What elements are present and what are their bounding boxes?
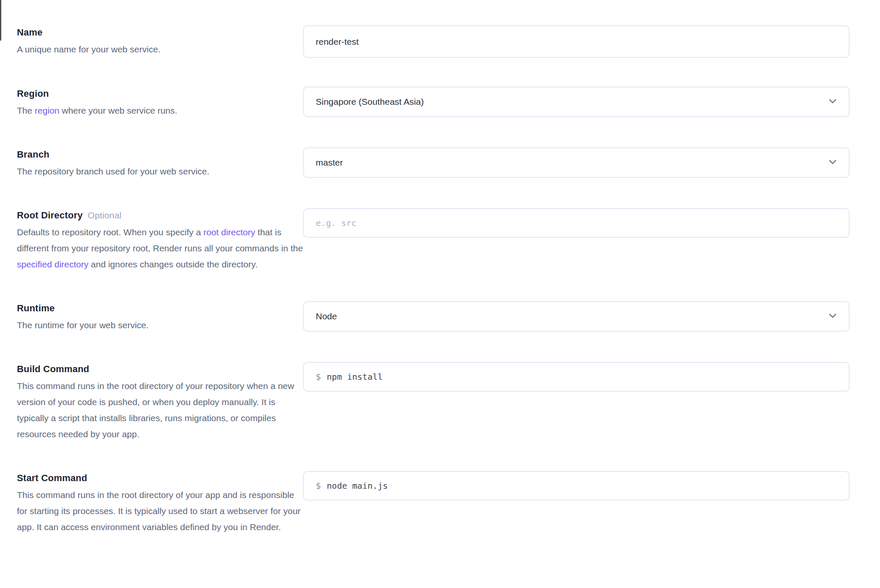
branch-select-value: master <box>316 158 343 168</box>
runtime-description: The runtime for your web service. <box>17 317 303 333</box>
build-command-label: Build Command <box>17 362 303 376</box>
build-command-input-box[interactable]: $ <box>303 362 850 392</box>
chevron-down-icon <box>827 156 839 169</box>
region-desc-pre: The <box>17 106 35 115</box>
branch-description: The repository branch used for your web … <box>17 163 303 180</box>
name-description: A unique name for your web service. <box>17 41 303 57</box>
field-row-build-command: Build Command This command runs in the r… <box>17 362 850 442</box>
root-directory-input-wrap <box>303 208 850 272</box>
region-field-info: Region The region where your web service… <box>17 87 303 119</box>
start-command-field-info: Start Command This command runs in the r… <box>17 471 303 535</box>
field-row-region: Region The region where your web service… <box>17 87 850 119</box>
runtime-select-value: Node <box>316 311 337 321</box>
runtime-label: Runtime <box>17 301 303 316</box>
build-command-field-info: Build Command This command runs in the r… <box>17 362 303 442</box>
optional-badge: Optional <box>88 210 122 220</box>
start-command-input-box[interactable]: $ <box>303 471 850 501</box>
region-label: Region <box>17 87 303 101</box>
region-link[interactable]: region <box>35 106 59 115</box>
branch-label: Branch <box>17 147 303 162</box>
region-desc-post: where your web service runs. <box>59 106 177 115</box>
branch-select[interactable]: master <box>303 147 850 178</box>
region-select[interactable]: Singapore (Southeast Asia) <box>303 87 850 117</box>
dollar-prompt-icon: $ <box>316 372 321 382</box>
name-input-wrap <box>303 25 850 58</box>
runtime-field-info: Runtime The runtime for your web service… <box>17 301 303 333</box>
field-row-runtime: Runtime The runtime for your web service… <box>17 301 850 333</box>
specified-directory-link[interactable]: specified directory <box>17 259 88 269</box>
chevron-down-icon <box>827 95 839 109</box>
screenshot-edge-artifact <box>0 0 1 41</box>
runtime-select[interactable]: Node <box>303 301 850 332</box>
root-directory-label-text: Root Directory <box>17 210 83 220</box>
build-command-description: This command runs in the root directory … <box>17 378 303 442</box>
root-directory-link[interactable]: root directory <box>203 227 255 237</box>
branch-field-info: Branch The repository branch used for yo… <box>17 147 303 180</box>
root-directory-input[interactable] <box>303 208 850 238</box>
root-desc-pre: Defaults to repository root. When you sp… <box>17 227 203 237</box>
chevron-down-icon <box>827 310 839 323</box>
field-row-branch: Branch The repository branch used for yo… <box>17 147 850 180</box>
dollar-prompt-icon: $ <box>316 481 321 491</box>
region-select-value: Singapore (Southeast Asia) <box>316 97 424 107</box>
field-row-start-command: Start Command This command runs in the r… <box>17 471 850 535</box>
root-directory-label: Root DirectoryOptional <box>17 208 303 223</box>
name-input[interactable] <box>303 25 850 58</box>
start-command-label: Start Command <box>17 471 303 485</box>
field-row-root-directory: Root DirectoryOptional Defaults to repos… <box>17 208 850 272</box>
root-directory-field-info: Root DirectoryOptional Defaults to repos… <box>17 208 303 272</box>
build-command-input[interactable] <box>327 363 837 391</box>
name-field-info: Name A unique name for your web service. <box>17 25 303 58</box>
root-desc-post: and ignores changes outside the director… <box>88 259 257 269</box>
start-command-description: This command runs in the root directory … <box>17 487 303 535</box>
web-service-settings-form: Name A unique name for your web service.… <box>0 0 880 588</box>
start-command-input[interactable] <box>327 472 837 500</box>
region-description: The region where your web service runs. <box>17 103 303 119</box>
field-row-name: Name A unique name for your web service. <box>17 25 850 58</box>
root-directory-description: Defaults to repository root. When you sp… <box>17 224 303 272</box>
name-label: Name <box>17 25 303 40</box>
